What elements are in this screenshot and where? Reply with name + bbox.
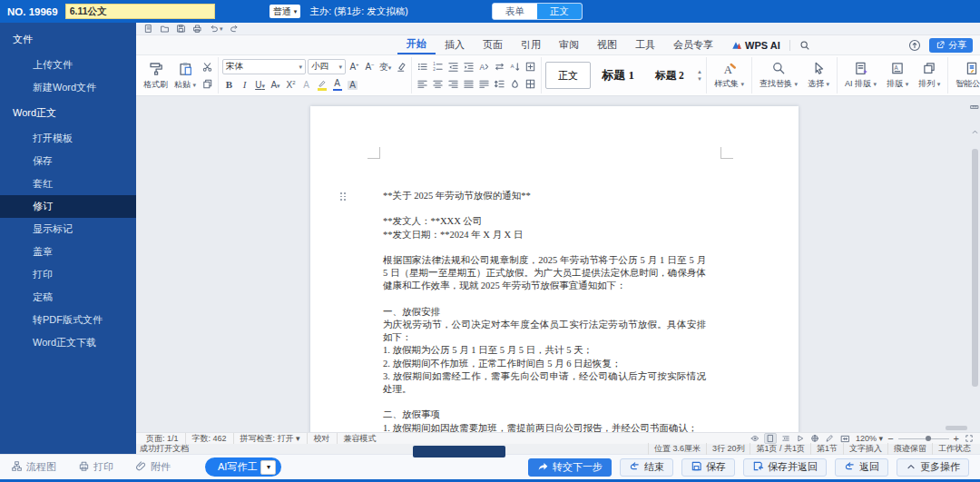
style-body-text[interactable]: 正文: [545, 62, 591, 89]
menu-tab[interactable]: 审阅: [550, 35, 588, 54]
sidebar-item[interactable]: 显示标记: [0, 218, 136, 241]
search-button[interactable]: [790, 40, 819, 51]
sidebar-item[interactable]: 打开模板: [0, 127, 136, 150]
redo-icon[interactable]: [230, 24, 240, 34]
smart-doc-button[interactable]: 智能公文: [952, 61, 980, 90]
ai-layout-button[interactable]: AI 排版 ▾: [841, 61, 880, 90]
sidebar-item[interactable]: Word正文下载: [0, 331, 136, 354]
menu-tab[interactable]: 工具: [626, 35, 664, 54]
layout-button[interactable]: A 排版 ▾: [883, 61, 912, 90]
tab-wps-ai[interactable]: WPS AI: [722, 40, 789, 51]
doc-title-input[interactable]: [65, 4, 215, 19]
font-name-select[interactable]: 宋体▾: [222, 59, 306, 74]
status-item[interactable]: 兼容模式: [338, 433, 383, 445]
align-left-icon[interactable]: [416, 77, 429, 91]
zoom-slider[interactable]: [898, 438, 949, 439]
styles-scroll[interactable]: ▲▼: [697, 69, 702, 82]
italic-icon[interactable]: I: [238, 78, 251, 92]
style-heading2[interactable]: 标题 2: [645, 69, 694, 83]
style-heading1[interactable]: 标题 1: [593, 67, 642, 84]
footer-button[interactable]: 流程图: [11, 460, 56, 474]
highlight-color-icon[interactable]: [315, 78, 328, 92]
ai-writer-button[interactable]: AI写作工 ▾: [205, 457, 281, 477]
grow-font-icon[interactable]: A+: [348, 60, 361, 74]
borders-icon[interactable]: [524, 77, 537, 91]
undo-icon[interactable]: ▾: [209, 24, 223, 34]
zoom-slider-handle[interactable]: [926, 436, 931, 441]
status-item[interactable]: 拼写检查: 打开 ▾: [234, 433, 308, 445]
char-shading-icon[interactable]: A: [346, 78, 359, 92]
find-replace-button[interactable]: 查找替换 ▾: [756, 61, 801, 90]
action-button[interactable]: 更多操作: [897, 458, 969, 477]
sidebar-item[interactable]: 盖章: [0, 241, 136, 263]
line-spacing-icon[interactable]: [493, 77, 506, 91]
document-page[interactable]: **关于 2025 年劳动节放假的通知****发文人：**XXX 公司**发文日…: [310, 106, 799, 432]
sidebar-item[interactable]: 定稿: [0, 286, 136, 309]
char-effect-icon[interactable]: A: [299, 78, 313, 92]
web-view-icon[interactable]: [809, 434, 820, 443]
font-style-icon[interactable]: A▾: [269, 78, 282, 92]
menu-tab[interactable]: 视图: [588, 35, 626, 54]
priority-select[interactable]: 普通 ▾: [270, 5, 301, 18]
cloud-upload-icon[interactable]: [908, 39, 921, 52]
sidebar-item[interactable]: 转PDF版式文件: [0, 309, 136, 331]
page-setup-icon[interactable]: [524, 60, 537, 74]
play-icon[interactable]: [795, 434, 806, 443]
decrease-indent-icon[interactable]: [446, 60, 460, 74]
action-button[interactable]: 转交下一步: [528, 458, 612, 477]
style-set-button[interactable]: A 样式集 ▾: [710, 61, 748, 90]
sidebar-item[interactable]: 套红: [0, 172, 136, 195]
action-button[interactable]: 结束: [620, 458, 673, 477]
menu-tab[interactable]: 插入: [436, 35, 474, 54]
horizontal-scrollbar-thumb[interactable]: [946, 426, 967, 430]
open-doc-icon[interactable]: [160, 24, 170, 34]
phonetic-guide-icon[interactable]: 变▾: [378, 60, 392, 74]
align-center-icon[interactable]: [431, 77, 445, 91]
arrange-button[interactable]: 排列 ▾: [915, 61, 944, 90]
paste-button[interactable]: 粘贴 ▾: [172, 60, 198, 92]
zoom-level[interactable]: 120% ▾: [856, 434, 883, 443]
print-icon[interactable]: [192, 24, 202, 34]
new-doc-icon[interactable]: [143, 24, 153, 34]
font-size-select[interactable]: 小四▾: [308, 59, 346, 74]
status-item[interactable]: 字数: 462: [186, 433, 234, 445]
align-right-icon[interactable]: [446, 77, 460, 91]
drag-handle-icon[interactable]: [340, 192, 348, 202]
select-button[interactable]: 选择 ▾: [804, 61, 833, 90]
clear-format-icon[interactable]: [394, 60, 407, 74]
sidebar-item[interactable]: 保存: [0, 150, 136, 172]
shrink-font-icon[interactable]: A−: [363, 60, 377, 74]
superscript-icon[interactable]: X2: [284, 78, 298, 92]
sidebar-item[interactable]: 打印: [0, 263, 136, 286]
format-painter-button[interactable]: 格式刷: [142, 60, 170, 92]
justify-icon[interactable]: [462, 77, 475, 91]
action-button[interactable]: 返回: [835, 458, 888, 477]
footer-button[interactable]: 打印: [78, 460, 113, 474]
tab-body[interactable]: 正文: [537, 4, 582, 19]
fullscreen-icon[interactable]: [964, 434, 975, 443]
menu-tab[interactable]: 页面: [474, 35, 512, 54]
numbering-icon[interactable]: 12: [431, 60, 445, 74]
copy-icon[interactable]: [201, 77, 214, 91]
menu-tab[interactable]: 开始: [397, 35, 436, 54]
underline-icon[interactable]: U▾: [253, 78, 267, 92]
zoom-in-button[interactable]: +: [954, 434, 959, 444]
zoom-out-button[interactable]: −: [887, 434, 893, 444]
tab-form[interactable]: 表单: [493, 4, 537, 19]
distribute-icon[interactable]: [477, 77, 491, 91]
sidebar-item[interactable]: 新建Word文件: [0, 76, 136, 99]
ai-writer-dropdown[interactable]: ▾: [260, 460, 276, 475]
scissors-icon[interactable]: [201, 60, 214, 74]
action-button[interactable]: 保存并返回: [743, 458, 827, 477]
text-tools-icon[interactable]: A: [477, 60, 491, 74]
footer-button[interactable]: 附件: [135, 460, 171, 474]
sidebar-item[interactable]: 上传文件: [0, 54, 136, 76]
status-item[interactable]: 校对: [308, 433, 338, 445]
fit-page-icon[interactable]: [839, 434, 851, 444]
sort-icon[interactable]: A: [508, 60, 522, 74]
increase-indent-icon[interactable]: [462, 60, 475, 74]
action-button[interactable]: 保存: [681, 458, 735, 477]
bullets-icon[interactable]: [416, 60, 429, 74]
menu-tab[interactable]: 引用: [512, 35, 550, 54]
save-icon[interactable]: [176, 24, 186, 34]
